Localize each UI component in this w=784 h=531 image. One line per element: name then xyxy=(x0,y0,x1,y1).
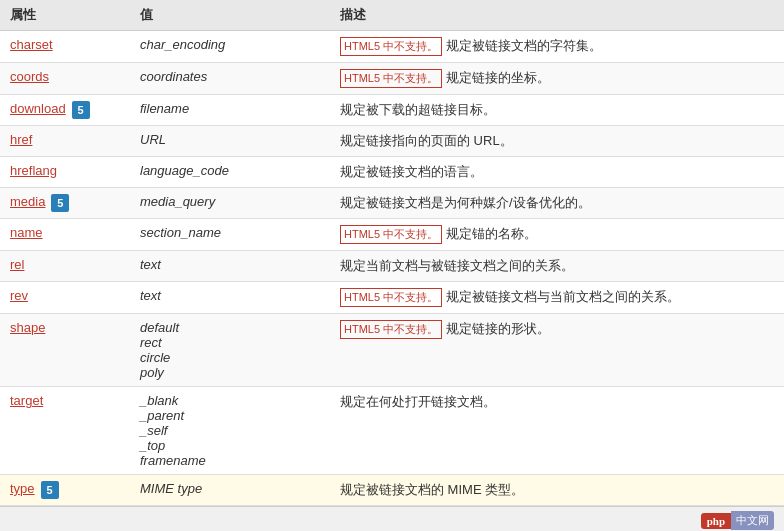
desc-cell: HTML5 中不支持。规定被链接文档的字符集。 xyxy=(330,31,784,63)
attr-cell: href xyxy=(0,126,130,157)
php-logo: php中文网 xyxy=(701,511,774,530)
value-item: framename xyxy=(140,453,206,468)
attr-link[interactable]: download xyxy=(10,101,66,116)
attr-cell: rev xyxy=(0,282,130,314)
attr-link[interactable]: shape xyxy=(10,320,45,335)
attr-link[interactable]: href xyxy=(10,132,32,147)
table-row: namesection_nameHTML5 中不支持。规定锚的名称。 xyxy=(0,219,784,251)
value-item: _top xyxy=(140,438,165,453)
footer-bar: php中文网 xyxy=(0,506,784,531)
attr-link[interactable]: target xyxy=(10,393,43,408)
table-row: charsetchar_encodingHTML5 中不支持。规定被链接文档的字… xyxy=(0,31,784,63)
attr-cell: download5 xyxy=(0,95,130,126)
table-row: hreflanglanguage_code规定被链接文档的语言。 xyxy=(0,157,784,188)
table-row: shapedefaultrectcirclepolyHTML5 中不支持。规定链… xyxy=(0,314,784,387)
attr-link[interactable]: type xyxy=(10,481,35,496)
attr-cell: coords xyxy=(0,63,130,95)
value-item: poly xyxy=(140,365,164,380)
desc-cell: HTML5 中不支持。规定被链接文档与当前文档之间的关系。 xyxy=(330,282,784,314)
value-cell: MIME type xyxy=(130,475,330,506)
attr-link[interactable]: media xyxy=(10,194,45,209)
value-cell: char_encoding xyxy=(130,31,330,63)
table-header: 属性 值 描述 xyxy=(0,0,784,31)
value-text: section_name xyxy=(140,225,221,240)
value-cell: filename xyxy=(130,95,330,126)
attr-link[interactable]: coords xyxy=(10,69,49,84)
value-text: text xyxy=(140,257,161,272)
desc-cell: 规定被下载的超链接目标。 xyxy=(330,95,784,126)
table-row: download5filename规定被下载的超链接目标。 xyxy=(0,95,784,126)
html5-new-icon: 5 xyxy=(41,481,59,499)
desc-cell: 规定在何处打开链接文档。 xyxy=(330,387,784,475)
value-item: _parent xyxy=(140,408,184,423)
header-attr: 属性 xyxy=(0,0,130,31)
table-row: target_blank_parent_self_topframename规定在… xyxy=(0,387,784,475)
value-cell: language_code xyxy=(130,157,330,188)
table-row: coordscoordinatesHTML5 中不支持。规定链接的坐标。 xyxy=(0,63,784,95)
desc-cell: 规定被链接文档的 MIME 类型。 xyxy=(330,475,784,506)
attr-cell: name xyxy=(0,219,130,251)
attr-link[interactable]: hreflang xyxy=(10,163,57,178)
desc-cell: HTML5 中不支持。规定链接的形状。 xyxy=(330,314,784,387)
table-row: revtextHTML5 中不支持。规定被链接文档与当前文档之间的关系。 xyxy=(0,282,784,314)
desc-cell: 规定当前文档与被链接文档之间的关系。 xyxy=(330,251,784,282)
value-text: language_code xyxy=(140,163,229,178)
desc-cell: HTML5 中不支持。规定锚的名称。 xyxy=(330,219,784,251)
value-cell: coordinates xyxy=(130,63,330,95)
table-row: reltext规定当前文档与被链接文档之间的关系。 xyxy=(0,251,784,282)
attr-cell: rel xyxy=(0,251,130,282)
attr-cell: hreflang xyxy=(0,157,130,188)
value-cell: text xyxy=(130,282,330,314)
desc-cell: 规定被链接文档是为何种媒介/设备优化的。 xyxy=(330,188,784,219)
desc-cell: HTML5 中不支持。规定链接的坐标。 xyxy=(330,63,784,95)
value-cell: _blank_parent_self_topframename xyxy=(130,387,330,475)
attr-link[interactable]: rev xyxy=(10,288,28,303)
attr-cell: target xyxy=(0,387,130,475)
attr-cell: charset xyxy=(0,31,130,63)
desc-cell: 规定链接指向的页面的 URL。 xyxy=(330,126,784,157)
value-item: _blank xyxy=(140,393,178,408)
value-cell: section_name xyxy=(130,219,330,251)
value-text: URL xyxy=(140,132,166,147)
attr-cell: media5 xyxy=(0,188,130,219)
value-item: default xyxy=(140,320,179,335)
site-label: 中文网 xyxy=(731,511,774,530)
html5-new-icon: 5 xyxy=(72,101,90,119)
table-row: hrefURL规定链接指向的页面的 URL。 xyxy=(0,126,784,157)
value-cell: text xyxy=(130,251,330,282)
html5-unsupported-badge: HTML5 中不支持。 xyxy=(340,37,442,56)
html5-unsupported-badge: HTML5 中不支持。 xyxy=(340,69,442,88)
desc-cell: 规定被链接文档的语言。 xyxy=(330,157,784,188)
value-text: media_query xyxy=(140,194,215,209)
header-val: 值 xyxy=(130,0,330,31)
value-text: coordinates xyxy=(140,69,207,84)
attr-cell: shape xyxy=(0,314,130,387)
attr-link[interactable]: rel xyxy=(10,257,24,272)
html5-unsupported-badge: HTML5 中不支持。 xyxy=(340,320,442,339)
table-row: type5MIME type规定被链接文档的 MIME 类型。 xyxy=(0,475,784,506)
value-cell: URL xyxy=(130,126,330,157)
value-text: MIME type xyxy=(140,481,202,496)
attr-link[interactable]: name xyxy=(10,225,43,240)
value-item: rect xyxy=(140,335,162,350)
value-text: char_encoding xyxy=(140,37,225,52)
html5-unsupported-badge: HTML5 中不支持。 xyxy=(340,288,442,307)
value-item: _self xyxy=(140,423,167,438)
header-desc: 描述 xyxy=(330,0,784,31)
value-cell: media_query xyxy=(130,188,330,219)
value-text: filename xyxy=(140,101,189,116)
table-row: media5media_query规定被链接文档是为何种媒介/设备优化的。 xyxy=(0,188,784,219)
html5-unsupported-badge: HTML5 中不支持。 xyxy=(340,225,442,244)
html5-new-icon: 5 xyxy=(51,194,69,212)
value-cell: defaultrectcirclepoly xyxy=(130,314,330,387)
value-item: circle xyxy=(140,350,170,365)
attr-cell: type5 xyxy=(0,475,130,506)
value-text: text xyxy=(140,288,161,303)
attr-link[interactable]: charset xyxy=(10,37,53,52)
